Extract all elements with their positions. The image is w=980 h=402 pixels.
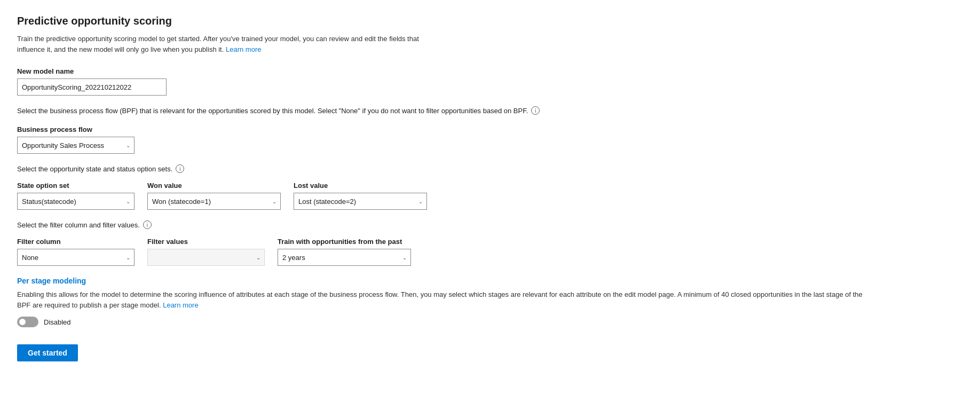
filter-info-icon[interactable]: i bbox=[143, 220, 152, 229]
bpf-description: Select the business process flow (BPF) t… bbox=[17, 106, 944, 115]
bpf-description-group: Select the business process flow (BPF) t… bbox=[17, 106, 944, 115]
per-stage-description: Enabling this allows for the model to de… bbox=[17, 289, 871, 310]
filter-col-field: Filter column None ⌄ bbox=[17, 238, 135, 266]
state-option-set-label: State option set bbox=[17, 182, 135, 190]
filter-section: Select the filter column and filter valu… bbox=[17, 220, 944, 266]
lost-value-col: Lost value Lost (statecode=2) ⌄ bbox=[294, 182, 427, 210]
filter-val-field: Filter values ⌄ bbox=[147, 238, 265, 266]
page-description: Train the predictive opportunity scoring… bbox=[17, 34, 423, 54]
model-name-group: New model name bbox=[17, 67, 944, 96]
bpf-field-group: Business process flow Opportunity Sales … bbox=[17, 125, 944, 154]
page-title: Predictive opportunity scoring bbox=[17, 15, 944, 27]
bpf-select-wrapper: Opportunity Sales Process ⌄ bbox=[17, 137, 135, 154]
toggle-thumb bbox=[19, 319, 26, 325]
filter-fields-row: Filter column None ⌄ Filter values ⌄ bbox=[17, 238, 944, 266]
bpf-info-icon[interactable]: i bbox=[531, 106, 540, 115]
toggle-container: Disabled bbox=[17, 317, 944, 327]
filter-values-dropdown[interactable] bbox=[147, 249, 265, 266]
lost-value-label: Lost value bbox=[294, 182, 427, 190]
filter-column-dropdown[interactable]: None bbox=[17, 249, 135, 266]
won-select-wrapper: Won (statecode=1) ⌄ bbox=[147, 193, 281, 210]
train-select-wrapper: 1 year 2 years 3 years 4 years 5 years ⌄ bbox=[278, 249, 411, 266]
per-stage-title: Per stage modeling bbox=[17, 277, 944, 285]
opportunity-state-label: Select the opportunity state and status … bbox=[17, 164, 944, 173]
filter-section-label: Select the filter column and filter valu… bbox=[17, 220, 944, 229]
filter-col-select-wrapper: None ⌄ bbox=[17, 249, 135, 266]
state-option-set-col: State option set Status(statecode) ⌄ bbox=[17, 182, 135, 210]
description-text: Train the predictive opportunity scoring… bbox=[17, 35, 419, 53]
train-with-dropdown[interactable]: 1 year 2 years 3 years 4 years 5 years bbox=[278, 249, 411, 266]
filter-val-select-wrapper: ⌄ bbox=[147, 249, 265, 266]
won-value-col: Won value Won (statecode=1) ⌄ bbox=[147, 182, 281, 210]
lost-value-dropdown[interactable]: Lost (statecode=2) bbox=[294, 193, 427, 210]
toggle-track bbox=[17, 317, 38, 327]
lost-select-wrapper: Lost (statecode=2) ⌄ bbox=[294, 193, 427, 210]
toggle-label: Disabled bbox=[44, 318, 71, 326]
won-value-label: Won value bbox=[147, 182, 281, 190]
learn-more-link[interactable]: Learn more bbox=[226, 45, 261, 53]
state-fields-row: State option set Status(statecode) ⌄ Won… bbox=[17, 182, 944, 210]
per-stage-learn-more-link[interactable]: Learn more bbox=[163, 301, 198, 309]
state-option-set-dropdown[interactable]: Status(statecode) bbox=[17, 193, 135, 210]
per-stage-toggle[interactable] bbox=[17, 317, 38, 327]
model-name-input[interactable] bbox=[17, 78, 167, 96]
model-name-label: New model name bbox=[17, 67, 944, 75]
opportunity-state-section: Select the opportunity state and status … bbox=[17, 164, 944, 210]
filter-column-label: Filter column bbox=[17, 238, 135, 246]
page-container: Predictive opportunity scoring Train the… bbox=[0, 0, 961, 376]
filter-values-label: Filter values bbox=[147, 238, 265, 246]
opportunity-state-info-icon[interactable]: i bbox=[176, 164, 184, 173]
train-with-label: Train with opportunities from the past bbox=[278, 238, 411, 246]
get-started-button[interactable]: Get started bbox=[17, 344, 78, 361]
per-stage-section: Per stage modeling Enabling this allows … bbox=[17, 277, 944, 327]
state-select-wrapper: Status(statecode) ⌄ bbox=[17, 193, 135, 210]
train-with-field: Train with opportunities from the past 1… bbox=[278, 238, 411, 266]
bpf-dropdown[interactable]: Opportunity Sales Process bbox=[17, 137, 135, 154]
won-value-dropdown[interactable]: Won (statecode=1) bbox=[147, 193, 281, 210]
bpf-label: Business process flow bbox=[17, 125, 944, 133]
